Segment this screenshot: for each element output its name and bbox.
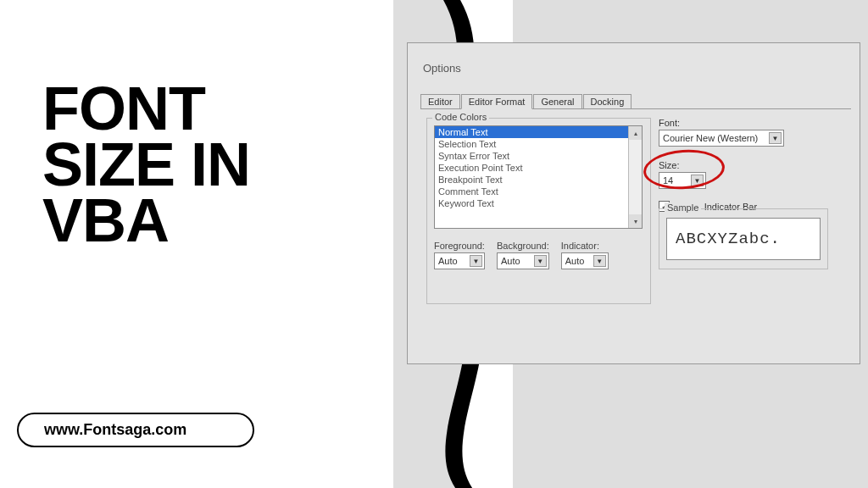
tab-docking[interactable]: Docking <box>583 94 632 108</box>
list-item[interactable]: Syntax Error Text <box>435 150 642 162</box>
font-value: Courier New (Western) <box>663 133 758 143</box>
chevron-down-icon: ▼ <box>769 132 782 144</box>
list-item[interactable]: Selection Text <box>435 138 642 150</box>
font-label: Font: <box>659 118 849 128</box>
chevron-down-icon: ▼ <box>470 255 482 267</box>
list-item[interactable]: Comment Text <box>435 186 642 197</box>
list-item[interactable]: Keyword Text <box>435 197 642 209</box>
code-colors-group: Code Colors Normal Text Selection Text S… <box>426 118 651 304</box>
options-dialog: Options Editor Editor Format General Doc… <box>407 42 860 364</box>
scroll-up-icon[interactable]: ▴ <box>629 126 643 140</box>
foreground-combo[interactable]: Auto ▼ <box>434 252 485 269</box>
sample-text: ABCXYZabc. <box>666 218 821 260</box>
tab-editor-format[interactable]: Editor Format <box>461 94 533 109</box>
chevron-down-icon: ▼ <box>534 255 547 267</box>
list-item[interactable]: Normal Text <box>435 126 642 138</box>
list-item[interactable]: Breakpoint Text <box>435 174 642 186</box>
sample-group: Sample ABCXYZabc. <box>659 208 828 269</box>
indicator-combo[interactable]: Auto ▼ <box>561 252 609 269</box>
background-combo[interactable]: Auto ▼ <box>497 252 549 269</box>
hero-line-2: SIZE IN <box>42 136 250 192</box>
scroll-down-icon[interactable]: ▾ <box>629 214 643 228</box>
background-label: Background: <box>497 241 549 251</box>
size-label: Size: <box>659 160 849 170</box>
hero-line-1: FONT <box>42 80 250 136</box>
foreground-value: Auto <box>438 256 458 266</box>
indicator-label: Indicator: <box>561 241 609 251</box>
hero-title: FONT SIZE IN VBA <box>42 80 250 249</box>
dialog-title: Options <box>423 62 461 75</box>
tab-editor[interactable]: Editor <box>420 94 460 108</box>
tabs-bar: Editor Editor Format General Docking <box>420 94 851 109</box>
code-colors-label: Code Colors <box>432 112 489 122</box>
indicator-value: Auto <box>565 256 585 266</box>
chevron-down-icon: ▼ <box>593 255 606 267</box>
listbox-scrollbar[interactable]: ▴ ▾ <box>628 126 642 228</box>
font-combo[interactable]: Courier New (Western) ▼ <box>659 130 784 147</box>
background-value: Auto <box>501 256 520 266</box>
sample-label: Sample <box>665 202 701 213</box>
website-url: www.Fontsaga.com <box>17 413 254 447</box>
list-item[interactable]: Execution Point Text <box>435 162 642 174</box>
size-value: 14 <box>663 175 673 186</box>
hero-line-3: VBA <box>42 192 250 248</box>
chevron-down-icon: ▼ <box>691 175 704 186</box>
code-colors-listbox[interactable]: Normal Text Selection Text Syntax Error … <box>434 125 643 229</box>
tab-general[interactable]: General <box>533 94 581 108</box>
size-combo[interactable]: 14 ▼ <box>659 172 706 189</box>
foreground-label: Foreground: <box>434 241 485 251</box>
